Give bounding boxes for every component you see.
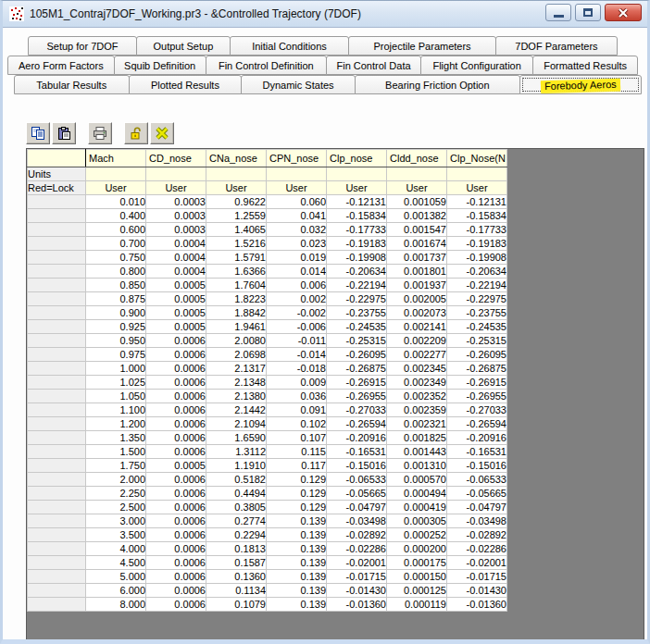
row-header-cell[interactable] xyxy=(28,459,86,473)
table-cell[interactable]: -0.22194 xyxy=(447,279,507,292)
table-cell[interactable]: -0.15834 xyxy=(327,209,387,223)
table-cell[interactable]: 0.0005 xyxy=(146,320,206,334)
table-cell[interactable]: 0.1813 xyxy=(206,542,267,556)
table-cell[interactable]: 0.2774 xyxy=(206,514,267,528)
table-cell[interactable]: 0.041 xyxy=(267,209,327,223)
table-cell[interactable]: 2.1317 xyxy=(206,362,267,376)
table-cell[interactable]: 1.750 xyxy=(86,459,146,473)
table-cell[interactable]: 0.000175 xyxy=(387,556,447,570)
table-cell[interactable]: 0.0003 xyxy=(146,223,206,237)
table-cell[interactable]: 0.0006 xyxy=(146,417,206,431)
close-button[interactable] xyxy=(605,4,642,21)
table-cell[interactable]: 1.200 xyxy=(86,417,146,431)
row-header-cell[interactable] xyxy=(28,556,86,570)
table-cell[interactable]: 0.000494 xyxy=(387,487,447,501)
table-cell[interactable]: 1.350 xyxy=(86,431,146,445)
table-cell[interactable]: -0.06533 xyxy=(447,473,507,487)
table-cell[interactable]: -0.15016 xyxy=(327,459,387,473)
table-cell[interactable]: 1.6366 xyxy=(206,265,267,279)
table-cell[interactable]: 0.0003 xyxy=(146,195,206,209)
table-cell[interactable]: -0.22975 xyxy=(447,292,507,306)
row-header-cell[interactable] xyxy=(28,348,86,362)
lock-mode-cell[interactable]: User xyxy=(267,181,327,195)
table-cell[interactable]: -0.24535 xyxy=(327,320,387,334)
table-cell[interactable]: 0.0005 xyxy=(146,279,206,292)
table-cell[interactable]: -0.014 xyxy=(267,348,327,362)
table-cell[interactable]: -0.02286 xyxy=(327,542,387,556)
table-cell[interactable]: 0.1360 xyxy=(206,570,267,584)
table-cell[interactable]: 0.115 xyxy=(267,445,327,459)
table-cell[interactable]: 0.107 xyxy=(267,431,327,445)
table-cell[interactable]: -0.19908 xyxy=(327,251,387,265)
column-header[interactable]: Mach xyxy=(86,150,146,167)
table-cell[interactable]: -0.24535 xyxy=(447,320,507,334)
row-header-cell[interactable] xyxy=(28,209,86,223)
table-cell[interactable]: -0.26095 xyxy=(327,348,387,362)
table-cell[interactable]: -0.002 xyxy=(267,306,327,320)
table-cell[interactable]: 0.0004 xyxy=(146,237,206,251)
table-cell[interactable]: 0.010 xyxy=(86,195,146,209)
export-button[interactable] xyxy=(150,122,174,144)
table-cell[interactable]: 0.001547 xyxy=(387,223,447,237)
column-header[interactable]: CNa_nose xyxy=(206,150,267,167)
table-cell[interactable]: 0.400 xyxy=(86,209,146,223)
table-cell[interactable]: 4.000 xyxy=(86,542,146,556)
table-cell[interactable]: 0.001674 xyxy=(387,237,447,251)
table-cell[interactable]: 1.9461 xyxy=(206,320,267,334)
table-cell[interactable]: 0.0006 xyxy=(146,403,206,417)
lock-mode-cell[interactable]: User xyxy=(146,181,206,195)
row-header-cell[interactable] xyxy=(28,362,86,376)
table-cell[interactable]: 0.023 xyxy=(267,237,327,251)
table-cell[interactable]: 0.002345 xyxy=(387,362,447,376)
table-cell[interactable]: -0.22975 xyxy=(327,292,387,306)
table-cell[interactable]: 0.000200 xyxy=(387,542,447,556)
table-cell[interactable]: -0.018 xyxy=(267,362,327,376)
table-cell[interactable]: 0.002321 xyxy=(387,417,447,431)
table-cell[interactable]: -0.006 xyxy=(267,320,327,334)
table-cell[interactable]: 0.4494 xyxy=(206,487,267,501)
table-cell[interactable]: 1.000 xyxy=(86,362,146,376)
table-cell[interactable]: 0.000125 xyxy=(387,584,447,598)
table-cell[interactable]: 0.002359 xyxy=(387,403,447,417)
row-header-cell[interactable] xyxy=(28,445,86,459)
tab-plotted-results[interactable]: Plotted Results xyxy=(129,75,243,94)
table-cell[interactable]: 0.002141 xyxy=(387,320,447,334)
lock-mode-cell[interactable]: User xyxy=(447,181,507,195)
table-cell[interactable]: 0.1134 xyxy=(206,584,267,598)
tab-output-setup[interactable]: Output Setup xyxy=(136,36,231,56)
table-cell[interactable]: 5.000 xyxy=(86,570,146,584)
table-cell[interactable]: 1.2559 xyxy=(206,209,267,223)
table-cell[interactable]: 0.060 xyxy=(267,195,327,209)
row-header-cell[interactable] xyxy=(28,237,86,251)
table-cell[interactable]: 0.0005 xyxy=(146,292,206,306)
row-header-cell[interactable] xyxy=(28,598,86,612)
table-cell[interactable]: 2.500 xyxy=(86,501,146,514)
tab-fin-control-definition[interactable]: Fin Control Definition xyxy=(206,56,327,75)
table-cell[interactable]: -0.06533 xyxy=(327,473,387,487)
tab-bearing-friction-option[interactable]: Bearing Friction Option xyxy=(355,75,520,94)
table-cell[interactable]: -0.26594 xyxy=(327,417,387,431)
table-cell[interactable]: -0.19183 xyxy=(327,237,387,251)
table-cell[interactable]: 0.0006 xyxy=(146,556,206,570)
table-cell[interactable]: 0.102 xyxy=(267,417,327,431)
table-cell[interactable]: 0.0005 xyxy=(146,459,206,473)
tab-projectile-parameters[interactable]: Projectile Parameters xyxy=(348,36,496,56)
table-cell[interactable]: 0.0006 xyxy=(146,514,206,528)
table-cell[interactable]: 1.4065 xyxy=(206,223,267,237)
table-cell[interactable]: 0.600 xyxy=(86,223,146,237)
table-cell[interactable]: -0.01430 xyxy=(327,584,387,598)
row-header-cell[interactable] xyxy=(28,292,86,306)
table-cell[interactable]: 0.3805 xyxy=(206,501,267,514)
table-cell[interactable]: 0.014 xyxy=(267,265,327,279)
table-cell[interactable]: 0.0004 xyxy=(146,251,206,265)
table-cell[interactable]: 0.0006 xyxy=(146,473,206,487)
table-cell[interactable]: -0.02892 xyxy=(327,528,387,542)
table-cell[interactable]: 0.001801 xyxy=(387,265,447,279)
table-cell[interactable]: -0.22194 xyxy=(327,279,387,292)
minimize-button[interactable] xyxy=(545,4,571,21)
table-cell[interactable]: 0.002 xyxy=(267,292,327,306)
table-cell[interactable]: -0.26915 xyxy=(447,376,507,390)
table-cell[interactable]: 0.000305 xyxy=(387,514,447,528)
row-header-cell[interactable] xyxy=(28,320,86,334)
table-cell[interactable]: 0.117 xyxy=(267,459,327,473)
